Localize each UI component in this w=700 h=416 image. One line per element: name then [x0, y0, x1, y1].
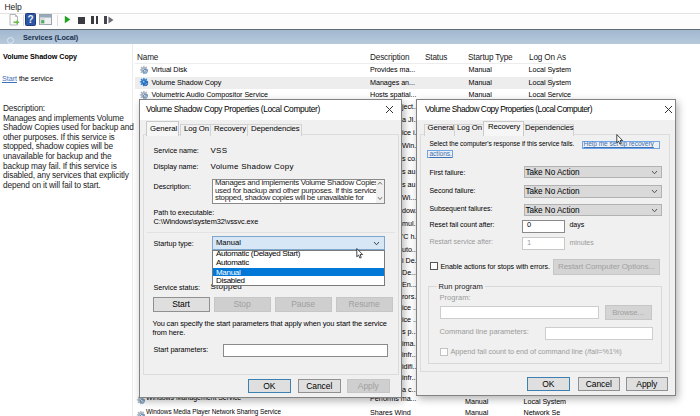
svg-text:?: ?: [27, 14, 33, 25]
